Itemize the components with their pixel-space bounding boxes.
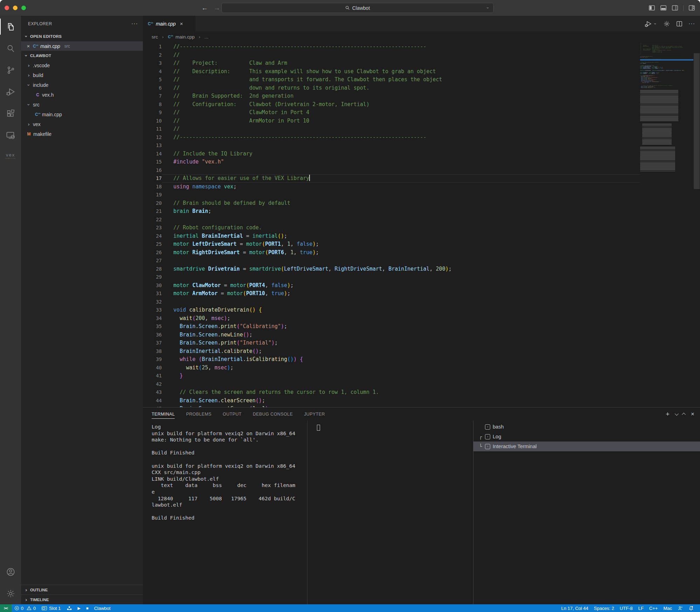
terminal-list-item-log[interactable]: ┌›Log bbox=[473, 432, 700, 441]
chevron-down-icon[interactable]: › bbox=[485, 6, 491, 11]
remote-explorer-icon[interactable] bbox=[0, 124, 21, 146]
code-line-13[interactable]: 13 bbox=[143, 141, 640, 150]
indentation[interactable]: Spaces: 2 bbox=[591, 604, 617, 612]
code-line-22[interactable]: 22 bbox=[143, 216, 640, 224]
play-button[interactable]: ▶ bbox=[75, 604, 83, 612]
forward-arrow-icon[interactable]: → bbox=[214, 4, 220, 12]
terminal-list-item-interactive-terminal[interactable]: └›Interactive Terminal bbox=[473, 441, 700, 451]
code-line-39[interactable]: 39 while (BrainInertial.isCalibrating())… bbox=[143, 355, 640, 364]
platform-target[interactable]: Mac bbox=[660, 604, 675, 612]
stop-button[interactable]: ■ bbox=[83, 604, 91, 612]
toggle-panel-icon[interactable] bbox=[660, 5, 667, 11]
tree-item--vscode[interactable]: ›.vscode bbox=[21, 61, 143, 70]
tree-item-vex[interactable]: ›vex bbox=[21, 119, 143, 129]
panel-tab-debug-console[interactable]: DEBUG CONSOLE bbox=[253, 408, 293, 420]
code-line-41[interactable]: 41 } bbox=[143, 372, 640, 380]
code-line-12[interactable]: 12//------------------------------------… bbox=[143, 133, 640, 142]
tree-item-src[interactable]: ›src bbox=[21, 100, 143, 110]
program-name[interactable]: Clawbot bbox=[91, 604, 113, 612]
remote-indicator[interactable]: >< bbox=[0, 604, 12, 612]
code-line-37[interactable]: 37 Brain.Screen.print("Inertial"); bbox=[143, 339, 640, 347]
code-line-43[interactable]: 43 // Clears the screen and returns the … bbox=[143, 388, 640, 397]
code-line-21[interactable]: 21brain Brain; bbox=[143, 207, 640, 216]
editor-scrollbar[interactable] bbox=[693, 42, 700, 407]
cursor-position[interactable]: Ln 17, Col 44 bbox=[559, 604, 591, 612]
code-line-38[interactable]: 38 BrainInertial.calibrate(); bbox=[143, 347, 640, 356]
extensions-icon[interactable] bbox=[0, 103, 21, 124]
minimize-window-button[interactable] bbox=[13, 6, 18, 10]
code-line-27[interactable]: 27 bbox=[143, 257, 640, 265]
code-line-16[interactable]: 16 bbox=[143, 166, 640, 175]
claw-control-button[interactable] bbox=[64, 604, 75, 612]
vex-icon[interactable]: vexROBOTICS bbox=[0, 146, 21, 168]
close-panel-icon[interactable]: × bbox=[691, 411, 694, 418]
account-icon[interactable] bbox=[0, 561, 21, 583]
code-line-30[interactable]: 30motor ClawMotor = motor(PORT4, false); bbox=[143, 281, 640, 290]
breadcrumb[interactable]: src › C main.cpp › ... bbox=[143, 32, 700, 42]
slot-indicator[interactable]: Slot 1 bbox=[39, 604, 63, 612]
code-line-20[interactable]: 20// Brain should be defined by default bbox=[143, 199, 640, 208]
code-line-25[interactable]: 25motor LeftDriveSmart = motor(PORT1, 1,… bbox=[143, 240, 640, 249]
code-line-2[interactable]: 2// bbox=[143, 51, 640, 60]
code-line-26[interactable]: 26motor RightDriveSmart = motor(PORT6, 1… bbox=[143, 249, 640, 257]
terminal-list-item-bash[interactable]: ›bash bbox=[473, 422, 700, 432]
encoding[interactable]: UTF-8 bbox=[617, 604, 636, 612]
back-arrow-icon[interactable]: ← bbox=[201, 4, 208, 12]
eol-sequence[interactable]: LF bbox=[636, 604, 646, 612]
open-editors-section[interactable]: › OPEN EDITORS bbox=[21, 32, 143, 41]
code-lines[interactable]: 1//-------------------------------------… bbox=[143, 42, 640, 407]
zoom-window-button[interactable] bbox=[21, 6, 26, 10]
toggle-sidebar-icon[interactable] bbox=[649, 5, 655, 11]
code-line-34[interactable]: 34 wait(200, msec); bbox=[143, 314, 640, 323]
source-control-icon[interactable] bbox=[0, 59, 21, 81]
panel-tab-jupyter[interactable]: JUPYTER bbox=[304, 408, 325, 420]
code-line-14[interactable]: 14// Include the IQ Library bbox=[143, 150, 640, 158]
tree-item-main-cpp[interactable]: Cmain.cpp bbox=[21, 110, 143, 119]
outline-section[interactable]: › OUTLINE bbox=[21, 585, 143, 594]
workspace-root-section[interactable]: › CLAWBOT bbox=[21, 51, 143, 61]
panel-tab-output[interactable]: OUTPUT bbox=[223, 408, 242, 420]
more-actions-icon[interactable]: ··· bbox=[131, 21, 138, 27]
customize-layout-icon[interactable] bbox=[688, 5, 695, 11]
open-editor-main-cpp[interactable]: × C main.cpp src bbox=[21, 41, 143, 51]
code-line-17[interactable]: 17// Allows for easier use of the VEX Li… bbox=[143, 174, 640, 183]
tab-main-cpp[interactable]: C main.cpp × bbox=[143, 16, 195, 32]
code-line-6[interactable]: 6// down and returns to its original spo… bbox=[143, 84, 640, 92]
timeline-section[interactable]: › TIMELINE bbox=[21, 594, 143, 604]
code-line-23[interactable]: 23// Robot configuration code. bbox=[143, 224, 640, 232]
code-line-8[interactable]: 8// Configuration: Clawbot (Drivetrain 2… bbox=[143, 100, 640, 109]
scrollbar-slider[interactable] bbox=[694, 53, 700, 189]
panel-tab-terminal[interactable]: TERMINAL bbox=[152, 408, 175, 420]
new-terminal-icon[interactable]: + bbox=[666, 410, 670, 418]
feedback-button[interactable] bbox=[675, 604, 686, 612]
chevron-down-icon[interactable]: › bbox=[653, 21, 658, 26]
tree-item-include[interactable]: ›include bbox=[21, 80, 143, 90]
explorer-icon[interactable] bbox=[0, 16, 21, 37]
close-tab-icon[interactable]: × bbox=[180, 21, 183, 27]
close-icon[interactable]: × bbox=[26, 43, 31, 49]
settings-gear-icon[interactable] bbox=[0, 583, 21, 604]
code-line-19[interactable]: 19 bbox=[143, 191, 640, 199]
code-line-29[interactable]: 29 bbox=[143, 273, 640, 281]
code-line-15[interactable]: 15#include "vex.h" bbox=[143, 158, 640, 166]
code-line-24[interactable]: 24inertial BrainInertial = inertial(); bbox=[143, 232, 640, 241]
command-center-search[interactable]: Clawbot › bbox=[221, 3, 494, 13]
search-icon[interactable] bbox=[0, 37, 21, 59]
code-line-9[interactable]: 9// ClawMotor in Port 4 bbox=[143, 109, 640, 117]
code-line-44[interactable]: 44 Brain.Screen.clearScreen(); bbox=[143, 397, 640, 405]
maximize-panel-icon[interactable] bbox=[682, 412, 686, 416]
code-line-32[interactable]: 32 bbox=[143, 298, 640, 306]
code-line-3[interactable]: 3// Project: Claw and Arm bbox=[143, 59, 640, 68]
code-line-18[interactable]: 18using namespace vex; bbox=[143, 183, 640, 191]
toggle-secondary-sidebar-icon[interactable] bbox=[672, 5, 678, 11]
minimap[interactable]: //--------------------------------------… bbox=[640, 42, 693, 407]
code-line-45[interactable]: 45 Brain.Screen.setCursor(1, 1); bbox=[143, 405, 640, 407]
close-window-button[interactable] bbox=[5, 6, 9, 10]
code-line-7[interactable]: 7// Brain Supported: 2nd generation bbox=[143, 92, 640, 100]
tree-item-vex-h[interactable]: Cvex.h bbox=[21, 90, 143, 100]
split-editor-icon[interactable] bbox=[676, 20, 683, 27]
code-line-33[interactable]: 33void calibrateDrivetrain() { bbox=[143, 306, 640, 314]
code-line-36[interactable]: 36 Brain.Screen.newLine(); bbox=[143, 331, 640, 339]
problems-status[interactable]: 0 0 bbox=[12, 604, 39, 612]
tree-item-makefile[interactable]: Mmakefile bbox=[21, 129, 143, 139]
